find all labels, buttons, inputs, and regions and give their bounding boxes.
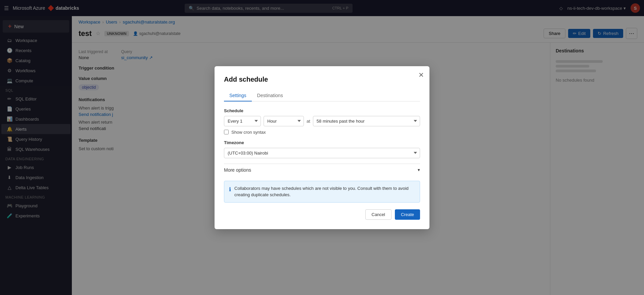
timezone-label: Timezone — [224, 140, 420, 145]
info-banner: ℹ Collaborators may have schedules which… — [224, 181, 420, 203]
chevron-down-icon: ▾ — [418, 167, 420, 172]
unit-select[interactable]: Hour — [264, 116, 304, 126]
create-button[interactable]: Create — [395, 209, 420, 220]
cancel-button[interactable]: Cancel — [365, 209, 392, 220]
more-options-label: More options — [224, 167, 251, 173]
info-icon: ℹ — [229, 185, 231, 194]
schedule-row: Every 1 Hour at 58 minutes past the hour — [224, 116, 420, 126]
at-label: at — [307, 119, 310, 124]
modal-title: Add schedule — [224, 76, 420, 83]
modal-tabs: Settings Destinations — [224, 90, 420, 101]
minute-select[interactable]: 58 minutes past the hour — [313, 116, 420, 126]
more-options-row[interactable]: More options ▾ — [224, 164, 420, 176]
show-cron-checkbox[interactable] — [224, 130, 229, 134]
every-select[interactable]: Every 1 — [224, 116, 261, 126]
tab-settings[interactable]: Settings — [224, 90, 252, 101]
add-schedule-modal: Add schedule ✕ Settings Destinations Sch… — [215, 66, 429, 229]
modal-footer: Cancel Create — [224, 209, 420, 220]
tab-destinations[interactable]: Destinations — [252, 90, 288, 101]
show-cron-row: Show cron syntax — [224, 130, 420, 135]
info-text: Collaborators may have schedules which a… — [234, 185, 415, 198]
show-cron-label[interactable]: Show cron syntax — [231, 130, 266, 135]
schedule-label: Schedule — [224, 108, 420, 113]
modal-overlay: Add schedule ✕ Settings Destinations Sch… — [0, 0, 644, 295]
timezone-select[interactable]: (UTC+03:00) Nairobi — [224, 148, 420, 158]
modal-close-button[interactable]: ✕ — [418, 72, 424, 78]
